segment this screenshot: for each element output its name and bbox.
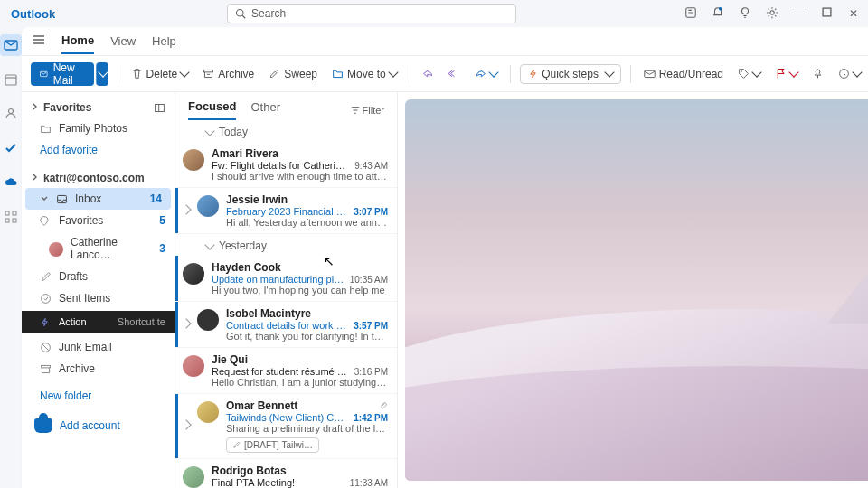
new-folder-link[interactable]: New folder — [22, 385, 175, 407]
group-yesterday[interactable]: Yesterday — [175, 234, 397, 256]
group-today[interactable]: Today — [175, 120, 397, 142]
notifications-icon[interactable] — [711, 6, 725, 22]
tab-help[interactable]: Help — [152, 29, 176, 53]
folder-nav: Favorites Family Photos Add favorite kat… — [22, 92, 175, 488]
svg-point-9 — [9, 109, 14, 114]
app-brand: Outlook — [7, 7, 55, 21]
message-item[interactable]: Amari Rivera Fw: Flight details for Cath… — [175, 142, 397, 188]
quicksteps-button[interactable]: Quick steps — [520, 64, 621, 84]
delete-button[interactable]: Delete — [127, 66, 193, 82]
draft-chip[interactable]: [DRAFT] Tailwi… — [226, 437, 319, 453]
svg-rect-8 — [5, 75, 16, 85]
message-item[interactable]: Isobel Macintyre Contract details for wo… — [175, 302, 397, 348]
add-account-link[interactable]: Add account — [22, 414, 175, 437]
panel-icon[interactable] — [154, 102, 165, 114]
nav-sent[interactable]: Sent Items — [22, 287, 175, 309]
archive-button[interactable]: Archive — [199, 66, 258, 82]
tips-icon[interactable] — [738, 6, 752, 22]
avatar — [197, 401, 219, 423]
maximize-button[interactable] — [819, 7, 834, 20]
divider — [118, 65, 118, 83]
close-button[interactable]: ✕ — [846, 7, 861, 20]
svg-rect-12 — [5, 219, 9, 222]
expand-icon[interactable] — [181, 419, 191, 429]
divider — [410, 65, 410, 83]
search-icon — [235, 8, 246, 19]
rail-mail[interactable] — [0, 34, 22, 56]
account-header[interactable]: katri@contoso.com — [22, 168, 175, 188]
tag-button[interactable] — [734, 66, 764, 81]
avatar — [183, 355, 204, 377]
avatar — [197, 309, 219, 331]
svg-rect-10 — [5, 211, 9, 215]
window-controls: — ✕ — [684, 6, 861, 22]
nav-drafts[interactable]: Drafts — [22, 266, 175, 287]
expand-icon[interactable] — [181, 318, 191, 328]
titlebar: Outlook Search — ✕ — [0, 0, 868, 27]
forward-button[interactable] — [471, 66, 501, 81]
new-mail-dropdown[interactable] — [96, 62, 108, 86]
rail-todo[interactable] — [0, 137, 22, 159]
rail-apps[interactable] — [0, 206, 22, 228]
attachment-icon — [379, 401, 388, 410]
message-item[interactable]: Omar Bennett Tailwinds (New Client) Cont… — [175, 394, 397, 459]
message-list: Focused Other Filter Today Amari Rivera … — [175, 92, 398, 488]
message-item[interactable]: Hayden Cook Update on manufacturing plan… — [175, 256, 397, 302]
divider — [510, 65, 511, 83]
add-favorite-link[interactable]: Add favorite — [22, 139, 175, 161]
menubar: Home View Help — [22, 27, 868, 56]
tab-focused[interactable]: Focused — [188, 99, 236, 120]
new-mail-button[interactable]: New Mail — [31, 62, 94, 86]
tab-home[interactable]: Home — [61, 28, 94, 54]
tab-view[interactable]: View — [110, 29, 136, 53]
svg-rect-24 — [156, 104, 165, 111]
readunread-button[interactable]: Read/Unread — [640, 66, 727, 82]
list-header: Focused Other Filter — [175, 92, 397, 120]
expand-icon[interactable] — [181, 204, 191, 214]
flag-button[interactable] — [771, 66, 801, 81]
svg-point-26 — [42, 294, 51, 303]
avatar — [183, 466, 204, 488]
replyall-button[interactable] — [445, 66, 464, 81]
tab-other[interactable]: Other — [250, 100, 280, 119]
search-input[interactable]: Search — [227, 4, 516, 23]
reading-pane — [398, 92, 868, 488]
svg-point-3 — [719, 6, 722, 10]
snooze-button[interactable] — [835, 66, 864, 81]
svg-rect-13 — [13, 219, 16, 222]
rail-cloud[interactable] — [0, 172, 22, 193]
divider — [630, 65, 631, 83]
nav-favorites-folder[interactable]: Favorites5 — [22, 210, 175, 231]
nav-archive[interactable]: Archive — [22, 358, 175, 380]
message-item[interactable]: Rodrigo Botas Final PTA Meeting!11:33 AM — [175, 459, 397, 488]
nav-action-row[interactable]: ActionShortcut te — [22, 311, 175, 333]
svg-point-5 — [770, 10, 774, 14]
app-rail — [0, 27, 22, 488]
nav-junk[interactable]: Junk Email — [22, 336, 175, 358]
message-item[interactable]: Jie Qui Request for student résumé revie… — [175, 348, 397, 394]
nav-catherine[interactable]: Catherine Lanco…3 — [22, 231, 175, 266]
svg-point-17 — [741, 70, 742, 72]
moveto-button[interactable]: Move to — [328, 66, 401, 82]
hamburger-button[interactable] — [33, 33, 45, 49]
sweep-button[interactable]: Sweep — [265, 66, 321, 82]
pin-button[interactable] — [808, 66, 827, 81]
rail-calendar[interactable] — [0, 69, 22, 90]
svg-point-0 — [237, 10, 244, 17]
avatar — [183, 263, 204, 285]
minimize-button[interactable]: — — [792, 7, 807, 20]
reply-button[interactable] — [419, 66, 438, 81]
svg-rect-11 — [13, 211, 16, 215]
svg-rect-6 — [823, 8, 831, 16]
whatsnew-icon[interactable] — [684, 6, 698, 22]
nav-inbox[interactable]: Inbox14 — [25, 188, 171, 210]
settings-icon[interactable] — [765, 6, 779, 22]
filter-button[interactable]: Filter — [351, 105, 384, 116]
reading-pane-background — [405, 99, 868, 481]
favorites-header[interactable]: Favorites — [22, 98, 175, 117]
svg-point-4 — [742, 7, 749, 14]
rail-people[interactable] — [0, 103, 22, 125]
message-item[interactable]: Jessie Irwin February 2023 Financial Res… — [175, 188, 397, 234]
nav-family-photos[interactable]: Family Photos — [22, 117, 175, 139]
avatar — [197, 195, 219, 217]
